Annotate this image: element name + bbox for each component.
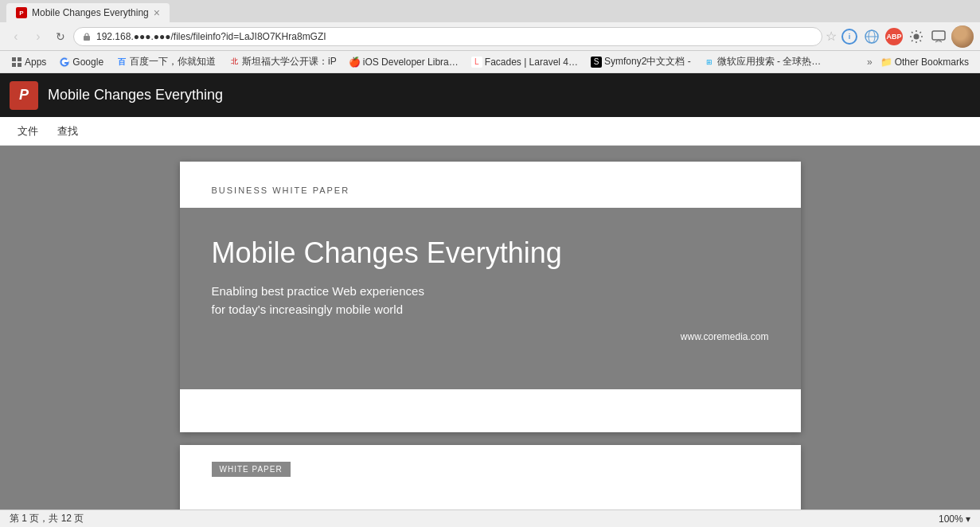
tab-favicon: P [16, 7, 27, 18]
folder-icon: 📁 [880, 57, 892, 68]
bookmark-symfony-label: Symfony2中文文档 - [604, 55, 691, 68]
google-favicon [59, 57, 70, 68]
bookmark-star-icon[interactable]: ☆ [826, 29, 837, 44]
page2-content: WHITE PAPER [180, 445, 801, 493]
blue-circle-icon: i [841, 29, 857, 45]
tab-title: Mobile Changes Everything [32, 7, 149, 18]
bookmark-beida-label: 斯坦福大学公开课：iP [242, 55, 337, 68]
settings-icon [908, 29, 924, 45]
bookmark-microsoft-label: 微软应用搜索 - 全球热… [717, 55, 822, 68]
other-bookmarks-label: Other Bookmarks [895, 57, 969, 68]
bookmark-symfony[interactable]: S Symfony2中文文档 - [586, 53, 696, 70]
bookmark-facades[interactable]: L Facades | Laravel 4… [467, 55, 583, 69]
bookmark-ios[interactable]: 🍎 iOS Developer Libra… [345, 55, 463, 69]
abp-icon: ABP [885, 28, 903, 45]
white-paper-badge: WHITE PAPER [212, 462, 291, 477]
svg-rect-5 [932, 31, 945, 40]
page1-label: BUSINESS WHITE PAPER [212, 185, 769, 195]
reload-button[interactable]: ↻ [51, 27, 70, 46]
facades-favicon: L [471, 57, 482, 68]
page-count: 第 1 页，共 12 页 [10, 512, 84, 525]
svg-rect-9 [18, 63, 21, 67]
globe-icon [864, 29, 880, 45]
ppt-header: P Mobile Changes Everything [0, 73, 980, 117]
more-bookmarks-indicator: » [867, 57, 873, 68]
tab-close-button[interactable]: × [154, 6, 160, 19]
microsoft-favicon: ⊞ [704, 57, 715, 68]
svg-rect-8 [12, 63, 16, 67]
pdf-page-1: BUSINESS WHITE PAPER Mobile Changes Ever… [180, 162, 801, 432]
beida-favicon: 北 [228, 57, 240, 68]
ppt-logo: P [10, 81, 38, 110]
svg-rect-6 [12, 57, 16, 61]
browser-window: P Mobile Changes Everything × ‹ › ↻ 192.… [0, 0, 980, 527]
message-icon [931, 29, 947, 45]
back-button[interactable]: ‹ [6, 27, 25, 46]
file-menu-button[interactable]: 文件 [10, 121, 46, 142]
bookmark-google-label: Google [72, 57, 103, 68]
app-area: P Mobile Changes Everything 文件 查找 BUSINE… [0, 73, 980, 509]
bookmark-beida[interactable]: 北 斯坦福大学公开课：iP [224, 53, 342, 70]
svg-rect-7 [18, 57, 21, 61]
bookmarks-bar: Apps Google 百 百度一下，你就知道 北 斯坦福大学公开课：iP 🍎 … [0, 51, 980, 73]
pdf-page-2: WHITE PAPER [180, 445, 801, 509]
chat-button[interactable] [929, 27, 948, 46]
bookmark-apps-label: Apps [25, 57, 46, 68]
status-bar: 第 1 页，共 12 页 100% ▾ [0, 509, 980, 527]
bookmark-baidu-label: 百度一下，你就知道 [130, 55, 216, 68]
lock-icon [82, 32, 92, 41]
bookmark-apps[interactable]: Apps [6, 55, 51, 69]
symfony-favicon: S [591, 57, 602, 68]
find-button[interactable]: 查找 [49, 121, 86, 142]
extension-icon-globe[interactable] [862, 27, 881, 46]
cover-url: www.coremedia.com [212, 331, 769, 342]
other-bookmarks-button[interactable]: 📁 Other Bookmarks [876, 55, 974, 69]
zoom-level[interactable]: 100% ▾ [939, 513, 970, 525]
apps-grid-icon [11, 57, 22, 68]
tab-bar: P Mobile Changes Everything × [0, 0, 980, 22]
svg-rect-0 [84, 36, 90, 41]
svg-point-4 [914, 33, 919, 39]
bookmark-ios-label: iOS Developer Libra… [363, 57, 459, 68]
bookmark-baidu[interactable]: 百 百度一下，你就知道 [111, 53, 221, 70]
address-bar[interactable]: 192.168.●●●.●●●/files/fileinfo?id=LaJI8O… [73, 27, 822, 46]
avatar-image [951, 25, 974, 48]
extension-icon-blue[interactable]: i [840, 27, 859, 46]
settings-button[interactable] [907, 27, 926, 46]
bookmark-google[interactable]: Google [54, 55, 108, 69]
cover-banner: Mobile Changes Everything Enabling best … [180, 208, 801, 389]
ppt-title: Mobile Changes Everything [48, 87, 223, 103]
abp-extension-button[interactable]: ABP [884, 27, 904, 46]
toolbar: 文件 查找 [0, 117, 980, 146]
cover-subtitle: Enabling best practice Web experiences f… [212, 283, 769, 318]
page1-content: BUSINESS WHITE PAPER [180, 162, 801, 195]
cover-title: Mobile Changes Everything [212, 236, 769, 270]
address-text: 192.168.●●●.●●●/files/fileinfo?id=LaJI8O… [96, 31, 814, 42]
pdf-viewer[interactable]: BUSINESS WHITE PAPER Mobile Changes Ever… [0, 146, 980, 509]
baidu-favicon: 百 [116, 57, 127, 68]
forward-button[interactable]: › [29, 27, 48, 46]
user-avatar[interactable] [951, 25, 974, 48]
bookmark-facades-label: Facades | Laravel 4… [485, 57, 578, 68]
bookmark-microsoft[interactable]: ⊞ 微软应用搜索 - 全球热… [699, 53, 826, 70]
active-tab[interactable]: P Mobile Changes Everything × [6, 3, 170, 22]
navigation-bar: ‹ › ↻ 192.168.●●●.●●●/files/fileinfo?id=… [0, 22, 980, 51]
apple-favicon: 🍎 [349, 57, 361, 68]
